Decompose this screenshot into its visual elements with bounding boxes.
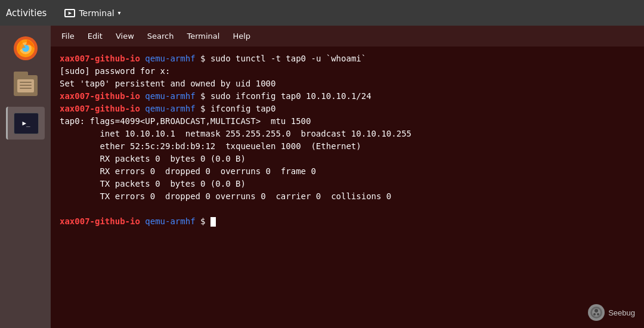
activities-button[interactable]: Activities bbox=[6, 8, 47, 18]
firefox-icon bbox=[12, 35, 39, 62]
file-line-3 bbox=[20, 88, 32, 89]
terminal-output: xax007-github-io qemu-armhf $ sudo tunct… bbox=[51, 47, 644, 328]
prompt-user-5: xax007-github-io bbox=[60, 104, 140, 113]
term-line-5: xax007-github-io qemu-armhf $ ifconfig t… bbox=[60, 103, 635, 115]
term-line-3: Set 'tap0' persistent and owned by uid 1… bbox=[60, 78, 635, 90]
prompt-path-5: qemu-armhf bbox=[145, 104, 195, 113]
cmd-5: ifconfig tap0 bbox=[205, 104, 275, 113]
prompt-user-4: xax007-github-io bbox=[60, 91, 140, 101]
term-line-8: ether 52:5c:29:bd:b9:12 txqueuelen 1000 … bbox=[60, 140, 635, 153]
prompt-path-final: qemu-armhf bbox=[145, 216, 195, 226]
terminal-window-icon bbox=[64, 9, 75, 17]
terminal-area[interactable]: File Edit View Search Terminal Help xax0… bbox=[51, 26, 644, 328]
output-3: Set 'tap0' persistent and owned by uid 1… bbox=[60, 79, 275, 88]
files-icon bbox=[14, 75, 38, 96]
term-line-9: RX packets 0 bytes 0 (0.0 B) bbox=[60, 153, 635, 165]
menu-edit[interactable]: Edit bbox=[82, 29, 109, 43]
terminal-cursor bbox=[210, 217, 216, 227]
term-line-4: xax007-github-io qemu-armhf $ sudo ifcon… bbox=[60, 90, 635, 103]
svg-point-7 bbox=[593, 313, 596, 315]
term-line-12: TX errors 0 dropped 0 overruns 0 carrier… bbox=[60, 190, 635, 203]
cmd-final bbox=[205, 216, 210, 226]
output-2: [sudo] password for x: bbox=[60, 66, 170, 76]
menubar: File Edit View Search Terminal Help bbox=[51, 26, 644, 47]
cmd-4: sudo ifconfig tap0 10.10.10.1/24 bbox=[205, 91, 371, 101]
topbar: Activities Terminal ▾ bbox=[0, 0, 644, 26]
term-line-7: inet 10.10.10.1 netmask 255.255.255.0 br… bbox=[60, 128, 635, 140]
seebug-label: Seebug bbox=[608, 308, 635, 317]
menu-help[interactable]: Help bbox=[227, 29, 256, 43]
sidebar-item-terminal[interactable] bbox=[6, 107, 45, 140]
terminal-title-group: Terminal ▾ bbox=[64, 8, 120, 18]
term-line-6: tap0: flags=4099<UP,BROADCAST,MULTICAST>… bbox=[60, 115, 635, 128]
sidebar-item-firefox[interactable] bbox=[6, 32, 45, 64]
terminal-window-label: Terminal bbox=[79, 8, 114, 18]
chevron-down-icon[interactable]: ▾ bbox=[118, 10, 121, 16]
prompt-path-1: qemu-armhf bbox=[145, 54, 195, 63]
term-line-1: xax007-github-io qemu-armhf $ sudo tunct… bbox=[60, 52, 635, 65]
file-line-1 bbox=[20, 82, 32, 83]
menu-file[interactable]: File bbox=[55, 29, 80, 43]
prompt-user-final: xax007-github-io bbox=[60, 216, 140, 226]
terminal-sidebar-icon bbox=[14, 113, 39, 134]
file-line-2 bbox=[20, 85, 32, 86]
term-line-11: TX packets 0 bytes 0 (0.0 B) bbox=[60, 178, 635, 190]
menu-view[interactable]: View bbox=[110, 29, 140, 43]
seebug-icon bbox=[588, 304, 605, 321]
sidebar bbox=[0, 26, 51, 328]
term-line-final: xax007-github-io qemu-armhf $ bbox=[60, 215, 635, 228]
svg-point-8 bbox=[597, 313, 599, 315]
term-line-10: RX errors 0 dropped 0 overruns 0 frame 0 bbox=[60, 165, 635, 178]
term-line-blank bbox=[60, 203, 635, 215]
menu-terminal[interactable]: Terminal bbox=[181, 29, 225, 43]
seebug-watermark: Seebug bbox=[588, 304, 635, 321]
files-icon-inner bbox=[17, 79, 34, 92]
cmd-1: sudo tunctl -t tap0 -u `whoami` bbox=[205, 54, 366, 63]
main-layout: File Edit View Search Terminal Help xax0… bbox=[0, 26, 644, 328]
menu-search[interactable]: Search bbox=[141, 29, 180, 43]
prompt-path-4: qemu-armhf bbox=[145, 91, 195, 101]
svg-point-6 bbox=[595, 309, 598, 312]
prompt-user-1: xax007-github-io bbox=[60, 54, 140, 63]
term-line-2: [sudo] password for x: bbox=[60, 65, 635, 78]
sidebar-item-files[interactable] bbox=[6, 69, 45, 102]
